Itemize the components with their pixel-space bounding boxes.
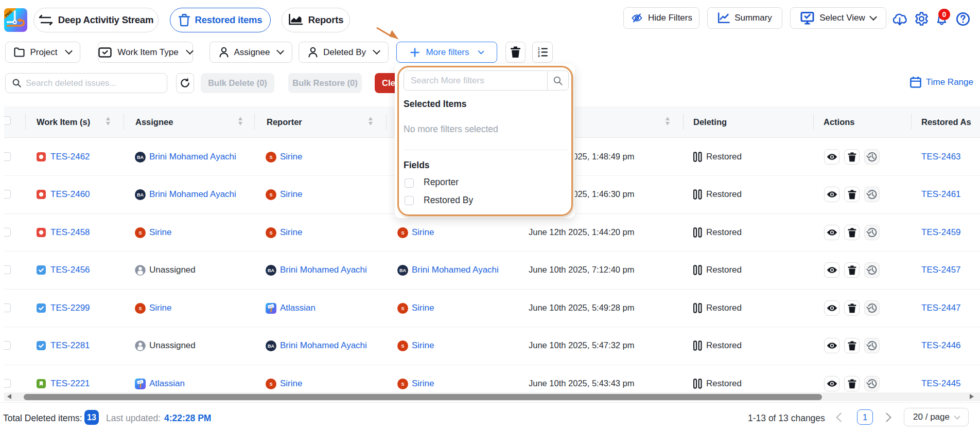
svg-text:3: 3	[538, 54, 540, 57]
svg-text:2: 2	[538, 50, 540, 54]
